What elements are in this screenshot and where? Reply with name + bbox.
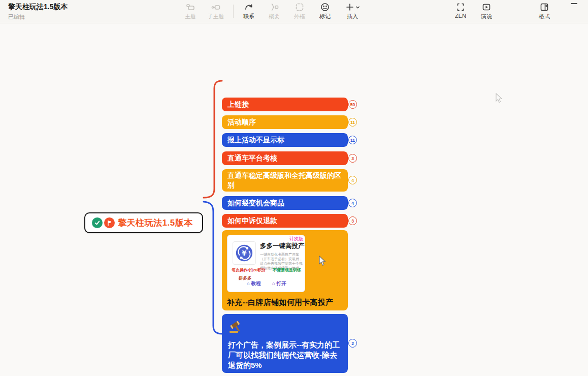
topic-label: 活动顺序	[227, 117, 256, 127]
topic-count-badge[interactable]: 4	[348, 199, 357, 207]
toolbar-format-button[interactable]: 格式	[531, 2, 558, 20]
topic-label: 如何申诉仅退款	[227, 216, 277, 226]
topic-node-ad[interactable]: 打个广告，案例展示--有实力的工厂可以找我们纯佣代运营收-除去退货的5%	[222, 314, 348, 373]
marker-smiley-icon	[312, 2, 338, 12]
app-card-open-button[interactable]: ⌂ 打开	[272, 280, 286, 287]
chevron-down-icon	[355, 5, 360, 10]
subtopic-icon	[203, 2, 229, 12]
topic-count-badge[interactable]: 50	[348, 100, 357, 109]
topic-count-badge[interactable]: 11	[348, 118, 357, 127]
topic-label: 如何裂变机会商品	[227, 198, 284, 208]
toolbar-relationship-button[interactable]: 联系	[236, 2, 262, 20]
root-topic-node[interactable]: 擎天柱玩法1.5版本	[84, 212, 203, 233]
topic-label: 直通车稳定高级版和全托高级版的区别	[227, 171, 342, 190]
app-card-tutorial-button[interactable]: ⌂ 教程	[247, 280, 260, 287]
topic-count-badge[interactable]: 4	[348, 176, 357, 184]
topic-node[interactable]: 如何裂变机会商品	[222, 196, 348, 210]
toolbar-summary-button[interactable]: 概要	[261, 2, 287, 20]
topic-label: 打个广告，案例展示--有实力的工厂可以找我们纯佣代运营收-除去退货的5%	[228, 340, 342, 371]
task-done-check-icon[interactable]	[92, 217, 103, 228]
topic-node[interactable]: 上链接	[222, 98, 348, 111]
toolbar-subtopic-button[interactable]: 子主题	[203, 2, 229, 20]
topic-node-with-image[interactable]: ¥ 多多一键高投产 计次版 一键自动化卡高投产开车（开车老手必看）安装后，请点击…	[222, 230, 348, 310]
topic-count-badge[interactable]: 3	[348, 216, 357, 225]
boundary-icon	[286, 2, 313, 12]
topic-label: 直通车平台考核	[227, 153, 277, 163]
gavel-icon	[228, 319, 244, 335]
topic-node[interactable]: 直通车稳定高级版和全托高级版的区别	[222, 169, 348, 192]
app-card-cost-note: 每次操作/扣20积分	[232, 268, 266, 273]
topic-node[interactable]: 活动顺序	[222, 115, 348, 129]
connector-upper-branch	[204, 81, 222, 198]
topic-node[interactable]: 直通车平台考核	[222, 151, 348, 165]
toolbar-divider	[233, 5, 234, 18]
topic-label: 上链接	[227, 100, 249, 109]
zen-mode-icon	[447, 2, 474, 12]
summary-icon	[261, 2, 287, 12]
titlebar: 擎天柱玩法1.5版本 已编辑 主题 子主题 联系 概要 外框	[0, 0, 588, 23]
toolbar-topic-button[interactable]: 主题	[177, 2, 204, 20]
svg-text:¥: ¥	[242, 249, 247, 257]
yuan-sync-app-icon: ¥	[235, 243, 254, 263]
app-card-tip-note: 不懂要领足训练	[273, 268, 301, 273]
connector-lower-branch	[204, 202, 222, 334]
document-title: 擎天柱玩法1.5版本	[8, 3, 68, 12]
toolbar-present-button[interactable]: 演说	[473, 2, 500, 20]
app-card-version-tag: 计次版	[289, 236, 303, 242]
topic-count-badge[interactable]: 3	[348, 154, 357, 163]
mindmap-canvas[interactable]: 擎天柱玩法1.5版本 上链接 活动顺序 报上活动不显示标 直通车平台考核 直通车…	[0, 23, 588, 376]
toolbar-zen-button[interactable]: ZEN	[447, 2, 474, 19]
window-minimize-dash[interactable]	[571, 3, 577, 4]
app-card-title: 多多一键高投产	[260, 242, 305, 250]
topic-node[interactable]: 如何申诉仅退款	[222, 214, 348, 228]
topic-icon	[177, 2, 204, 12]
document-meta: 擎天柱玩法1.5版本 已编辑	[8, 3, 68, 21]
topic-label: 补充--白牌店铺如何用卡高投产	[227, 297, 343, 307]
app-icon-frame: ¥	[233, 241, 256, 265]
toolbar-marker-button[interactable]: 标记	[312, 2, 338, 20]
topic-node[interactable]: 报上活动不显示标	[222, 133, 348, 147]
toolbar-insert-button[interactable]: 插入	[339, 2, 366, 20]
plus-icon	[345, 3, 354, 12]
document-status: 已编辑	[8, 13, 68, 21]
format-panel-icon	[531, 2, 558, 12]
topic-count-badge[interactable]: 11	[348, 136, 357, 144]
toolbar-boundary-button[interactable]: 外框	[286, 2, 313, 20]
topic-count-badge[interactable]: 2	[348, 339, 357, 348]
embedded-app-card: ¥ 多多一键高投产 计次版 一键自动化卡高投产开车（开车老手必看）安装后，请点击…	[227, 235, 305, 292]
play-presentation-icon	[473, 2, 500, 12]
root-topic-label: 擎天柱玩法1.5版本	[118, 217, 193, 229]
relationship-icon	[236, 2, 262, 12]
topic-label: 报上活动不显示标	[227, 135, 284, 145]
flag-marker-icon[interactable]	[104, 217, 115, 228]
